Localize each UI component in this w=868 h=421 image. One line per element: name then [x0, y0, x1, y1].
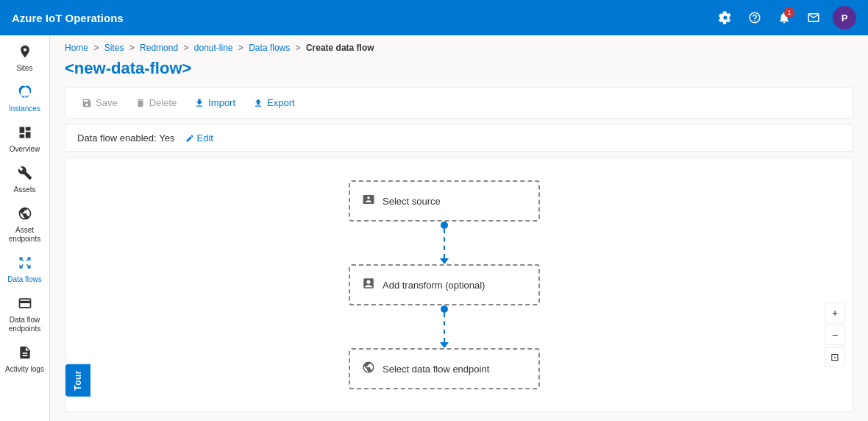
data-flow-endpoints-icon [18, 296, 32, 314]
overview-icon [18, 125, 32, 144]
sidebar-item-assets[interactable]: Assets [1, 160, 49, 199]
alert-button[interactable] [800, 4, 827, 31]
transform-node[interactable]: Add transform (optional) [349, 264, 540, 305]
breadcrumb-current: Create data flow [306, 43, 374, 53]
connector-line-1 [444, 229, 445, 258]
transform-node-label: Add transform (optional) [383, 280, 485, 291]
app-title: Azure IoT Operations [12, 12, 712, 24]
breadcrumb-sites[interactable]: Sites [104, 43, 124, 53]
endpoint-node[interactable]: Select data flow endpoint [349, 348, 540, 389]
topbar-icons: 1 P [712, 4, 856, 31]
save-label: Save [96, 97, 118, 108]
data-flows-icon [18, 255, 32, 274]
connector-line-2 [444, 313, 445, 342]
sidebar-item-sites[interactable]: Sites [1, 38, 49, 77]
endpoint-node-label: Select data flow endpoint [383, 364, 489, 375]
sidebar-item-data-flows[interactable]: Data flows [1, 250, 49, 289]
help-button[interactable] [741, 4, 768, 31]
delete-label: Delete [149, 97, 177, 108]
sidebar-item-data-flows-label: Data flows [7, 275, 42, 284]
source-node[interactable]: Select source [349, 180, 540, 222]
sidebar-item-data-flow-endpoints[interactable]: Data flow endpoints [1, 290, 49, 338]
connector-dot-1 [441, 222, 448, 229]
edit-icon [185, 134, 194, 143]
source-node-icon [362, 193, 375, 209]
connector-1 [440, 222, 449, 264]
sidebar-item-activity-logs-label: Activity logs [5, 365, 44, 374]
breadcrumb-location[interactable]: Redmond [140, 43, 178, 53]
toolbar: Save Delete Import Export [65, 87, 853, 118]
breadcrumb-section[interactable]: Data flows [249, 43, 290, 53]
breadcrumb-line[interactable]: donut-line [194, 43, 233, 53]
status-bar: Data flow enabled: Yes Edit [65, 124, 853, 152]
breadcrumb: Home > Sites > Redmond > donut-line > Da… [50, 35, 868, 56]
save-icon [82, 98, 92, 108]
export-label: Export [267, 97, 295, 108]
delete-icon [135, 98, 146, 108]
transform-node-icon [362, 277, 375, 293]
save-button[interactable]: Save [74, 93, 125, 112]
flow-canvas: Select source Add transform (optional) [65, 158, 853, 412]
connector-arrow-2 [440, 342, 449, 348]
sidebar-item-assets-label: Assets [13, 185, 35, 194]
topbar: Azure IoT Operations 1 P [0, 0, 868, 35]
assets-icon [18, 166, 32, 184]
status-label: Data flow enabled: Yes [77, 132, 175, 144]
settings-button[interactable] [712, 4, 739, 31]
sidebar-item-instances[interactable]: Instances [1, 79, 49, 118]
export-icon [253, 98, 263, 108]
zoom-in-button[interactable]: + [825, 303, 845, 323]
export-button[interactable]: Export [246, 93, 302, 112]
delete-button[interactable]: Delete [128, 93, 185, 112]
sidebar-item-activity-logs[interactable]: Activity logs [1, 339, 49, 378]
sidebar-item-overview[interactable]: Overview [1, 119, 49, 158]
status-value: Yes [159, 132, 174, 144]
import-label: Import [208, 97, 235, 108]
instances-icon [18, 85, 32, 103]
connector-2 [440, 305, 449, 348]
connector-arrow-1 [440, 258, 449, 264]
sidebar-item-overview-label: Overview [10, 145, 40, 154]
source-node-label: Select source [383, 196, 441, 207]
main-layout: Sites Instances Overview Assets Asset en… [0, 35, 868, 421]
sidebar-item-sites-label: Sites [16, 64, 32, 73]
endpoint-node-icon [362, 361, 375, 377]
notifications-button[interactable]: 1 [771, 4, 797, 31]
flow-container: Select source Add transform (optional) [65, 173, 823, 411]
sidebar: Sites Instances Overview Assets Asset en… [0, 35, 50, 421]
sites-icon [18, 44, 32, 63]
sidebar-item-asset-endpoints[interactable]: Asset endpoints [1, 200, 49, 248]
import-icon [194, 98, 204, 108]
user-avatar[interactable]: P [833, 6, 856, 29]
page-title: <new-data-flow> [50, 56, 868, 87]
zoom-out-button[interactable]: − [825, 325, 845, 345]
breadcrumb-home[interactable]: Home [65, 43, 88, 53]
activity-logs-icon [18, 345, 32, 364]
sidebar-item-data-flow-endpoints-label: Data flow endpoints [4, 316, 46, 333]
import-button[interactable]: Import [187, 93, 243, 112]
notification-badge: 1 [784, 7, 794, 18]
content-area: Home > Sites > Redmond > donut-line > Da… [50, 35, 868, 421]
zoom-fit-button[interactable]: ⊡ [825, 347, 845, 367]
sidebar-item-asset-endpoints-label: Asset endpoints [4, 226, 46, 244]
tour-button[interactable]: Tour [65, 364, 90, 397]
edit-label: Edit [197, 132, 213, 144]
asset-endpoints-icon [18, 206, 32, 224]
edit-button[interactable]: Edit [181, 131, 218, 145]
connector-dot-2 [441, 305, 448, 313]
zoom-controls: + − ⊡ [825, 303, 845, 367]
sidebar-item-instances-label: Instances [9, 105, 40, 113]
